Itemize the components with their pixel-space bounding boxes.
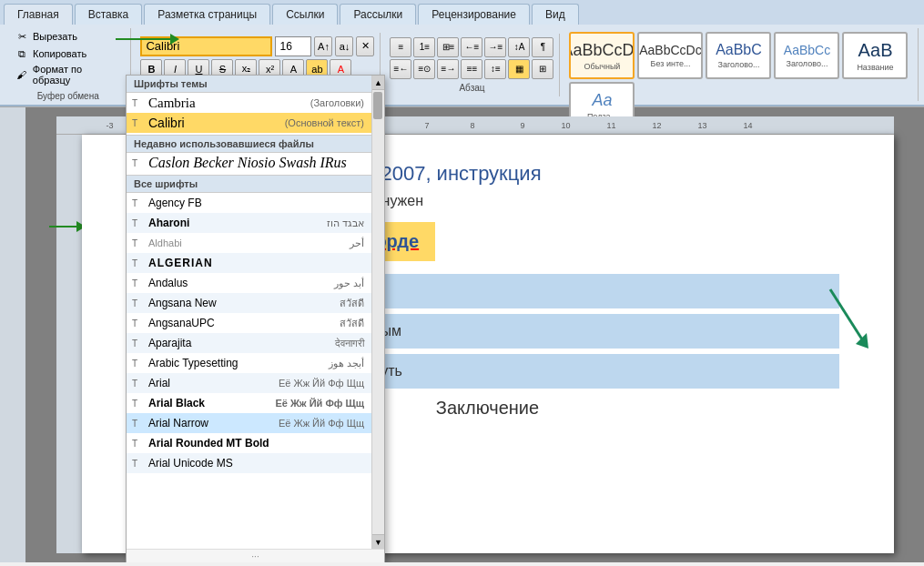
font-icon-aharoni: T	[132, 218, 137, 228]
justify-button[interactable]: ≡≡	[461, 59, 482, 79]
style-heading1[interactable]: AaBbC Заголово...	[706, 32, 771, 79]
align-right-button[interactable]: ≡→	[437, 59, 459, 79]
copy-button[interactable]: ⧉ Копировать	[11, 45, 125, 62]
align-left-button[interactable]: ≡←	[390, 59, 411, 79]
dd-item-aparajita[interactable]: T Aparajita देवनागरी	[127, 333, 371, 353]
style-title-label: Название	[857, 63, 893, 72]
font-icon-arial-black: T	[132, 399, 137, 409]
font-type-icon: T	[132, 98, 137, 108]
sort-button[interactable]: ↕A	[508, 37, 530, 57]
bullets-button[interactable]: ≡	[390, 37, 411, 57]
copy-icon: ⧉	[15, 46, 29, 61]
align-center-button[interactable]: ≡⊙	[413, 59, 435, 79]
font-size-up-button[interactable]: A↑	[314, 36, 332, 56]
cut-button[interactable]: ✂ Вырезать	[11, 28, 125, 45]
paragraph-section: ≡ 1≡ ⊞≡ ←≡ →≡ ↕A ¶ ≡← ≡⊙ ≡→ ≡≡ ↕≡ ▦ ⊞	[384, 34, 560, 96]
clipboard-buttons: ✂ Вырезать ⧉ Копировать 🖌 Формат по обра…	[11, 28, 125, 86]
styles-grid: AaBbCcDc Обычный AaBbCcDc Без инте... Aa…	[569, 32, 912, 129]
svg-line-0	[830, 289, 862, 339]
dd-item-arial-unicode[interactable]: T Arial Unicode MS	[127, 453, 371, 473]
font-icon-arabic: T	[132, 359, 137, 369]
numbering-button[interactable]: 1≡	[413, 37, 435, 57]
paragraph-section-label: Абзац	[390, 83, 553, 93]
format-painter-button[interactable]: 🖌 Формат по образцу	[11, 63, 125, 86]
font-icon-arial-narrow: T	[132, 419, 137, 429]
tab-home[interactable]: Главная	[4, 4, 73, 25]
style-subtitle-preview: Аа	[592, 91, 612, 110]
tab-mailings[interactable]: Рассылки	[340, 4, 416, 25]
style-title[interactable]: АаВ Название	[842, 32, 908, 79]
shading-button[interactable]: ▦	[508, 59, 530, 79]
dd-item-arial-narrow[interactable]: T Arial Narrow Её Жж Йй Фф Щщ	[127, 413, 371, 433]
clipboard-section: ✂ Вырезать ⧉ Копировать 🖌 Формат по обра…	[5, 28, 131, 101]
style-normal-label: Обычный	[584, 62, 621, 71]
style-heading1-label: Заголово...	[718, 60, 760, 69]
multilevel-list-button[interactable]: ⊞≡	[437, 37, 459, 57]
style-heading2[interactable]: AaBbCc Заголово...	[774, 32, 839, 79]
para-align-row: ≡← ≡⊙ ≡→ ≡≡ ↕≡ ▦ ⊞	[390, 59, 553, 79]
dd-item-aldhabi[interactable]: T Aldhabi أحر	[127, 233, 371, 253]
all-fonts-header: Все шрифты	[127, 175, 371, 193]
dd-item-calibri[interactable]: T Calibri (Основной текст)	[127, 113, 371, 133]
font-icon-algerian: T	[132, 258, 137, 268]
clear-format-button[interactable]: ✕	[356, 36, 374, 56]
tab-bar: Главная Вставка Разметка страницы Ссылки…	[0, 0, 924, 25]
style-title-preview: АаВ	[858, 40, 892, 61]
dd-item-arabic-typesetting[interactable]: T Arabic Typesetting أبجد هوز	[127, 353, 371, 373]
dropdown-scrollbar: ▲ ▼	[371, 76, 384, 549]
scroll-down-button[interactable]: ▼	[372, 534, 384, 549]
scroll-track	[372, 90, 384, 534]
tab-layout[interactable]: Разметка страницы	[144, 4, 270, 25]
clipboard-label: Буфер обмена	[37, 91, 99, 101]
font-icon-agency: T	[132, 198, 137, 208]
style-normal-preview: AaBbCcDc	[569, 41, 635, 60]
borders-button[interactable]: ⊞	[532, 59, 553, 79]
decrease-indent-button[interactable]: ←≡	[461, 37, 482, 57]
line-spacing-button[interactable]: ↕≡	[484, 59, 506, 79]
arrow-line	[116, 38, 170, 40]
scroll-thumb[interactable]	[373, 92, 382, 119]
font-size-down-button[interactable]: a↓	[335, 36, 353, 56]
dd-item-andalus[interactable]: T Andalus أبد حور	[127, 273, 371, 293]
font-icon-aparajita: T	[132, 339, 137, 349]
theme-fonts-header: Шрифты темы	[127, 76, 371, 93]
increase-indent-button[interactable]: →≡	[484, 37, 506, 57]
style-no-spacing-label: Без инте...	[651, 59, 691, 68]
font-dropdown: Шрифты темы T Cambria (Заголовки) T Cali…	[126, 75, 385, 562]
side-arrow	[49, 221, 86, 232]
dd-item-cambria[interactable]: T Cambria (Заголовки)	[127, 93, 371, 113]
format-painter-icon: 🖌	[15, 67, 29, 82]
tab-insert[interactable]: Вставка	[75, 4, 143, 25]
style-normal[interactable]: AaBbCcDc Обычный	[569, 32, 635, 79]
arrow-line-group	[116, 34, 179, 45]
side-arrow-line	[49, 226, 76, 227]
para-list-row: ≡ 1≡ ⊞≡ ←≡ →≡ ↕A ¶	[390, 37, 553, 57]
style-heading2-preview: AaBbCc	[784, 43, 830, 57]
ruler-vertical	[0, 107, 25, 562]
dd-item-angsanaupc[interactable]: T AngsanaUPC สวัสดี	[127, 313, 371, 333]
font-icon-arial: T	[132, 379, 137, 389]
dd-item-arial-black[interactable]: T Arial Black Её Жж Йй Фф Щщ	[127, 393, 371, 413]
font-icon-arial-unicode: T	[132, 459, 137, 469]
dd-item-algerian[interactable]: T ALGERIAN	[127, 253, 371, 273]
style-no-spacing[interactable]: AaBbCcDc Без инте...	[637, 32, 703, 79]
font-icon-angsana: T	[132, 298, 137, 308]
doc-arrow-container	[821, 280, 876, 356]
dd-item-agency[interactable]: T Agency FB	[127, 193, 371, 213]
dd-item-caslon[interactable]: T Caslon Becker Niosio Swash IRus	[127, 153, 371, 173]
tab-view[interactable]: Вид	[532, 4, 579, 25]
dd-item-arial-rounded[interactable]: T Arial Rounded MT Bold	[127, 433, 371, 453]
tab-links[interactable]: Ссылки	[272, 4, 338, 25]
scroll-up-button[interactable]: ▲	[372, 76, 384, 90]
tab-review[interactable]: Рецензирование	[418, 4, 530, 25]
style-heading1-preview: AaBbC	[716, 42, 762, 58]
font-size-input[interactable]	[275, 36, 311, 56]
dd-item-angsana[interactable]: T Angsana New สวัสดี	[127, 293, 371, 313]
doc-arrow-svg	[821, 280, 876, 353]
font-type-icon2: T	[132, 118, 137, 128]
show-marks-button[interactable]: ¶	[532, 37, 553, 57]
dd-item-aharoni[interactable]: T Aharoni אבגד הוז	[127, 213, 371, 233]
dd-item-arial[interactable]: T Arial Её Жж Йй Фф Щщ	[127, 373, 371, 393]
styles-section: AaBbCcDc Обычный AaBbCcDc Без инте... Aa…	[564, 28, 919, 101]
style-heading2-label: Заголово...	[787, 59, 828, 68]
